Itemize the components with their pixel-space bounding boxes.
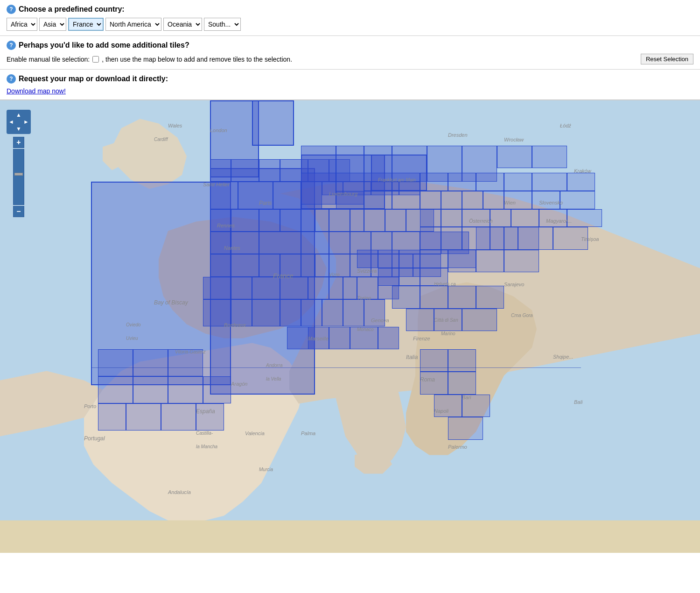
tile-alps1[interactable] [357, 250, 378, 268]
tile-de-r2c8[interactable] [504, 173, 532, 191]
tile-it-low1[interactable] [420, 349, 448, 372]
tile-de-r3c10[interactable] [560, 191, 595, 209]
select-asia[interactable]: Asia [39, 18, 66, 31]
tile-it-r2c3[interactable] [448, 286, 476, 308]
tile-it-r3c3[interactable] [462, 309, 497, 331]
tile-r3c6[interactable] [315, 209, 329, 232]
tile-r7c7[interactable] [343, 299, 364, 326]
tile-r7c3[interactable] [252, 299, 280, 326]
zoom-slider-track[interactable] [13, 149, 24, 205]
tile-r7c4[interactable] [280, 299, 301, 326]
help-icon-2[interactable]: ? [7, 41, 16, 50]
tile-r3c9[interactable] [364, 209, 385, 232]
tile-de-r3c8[interactable] [504, 191, 532, 209]
tile-r2c1[interactable] [210, 182, 238, 209]
tile-it3[interactable] [420, 268, 448, 286]
nav-right-arrow[interactable]: ► [23, 119, 29, 125]
map-container[interactable]: Wales Cardiff London Saint Helier Paris … [0, 100, 700, 553]
tile-r6c6[interactable] [329, 277, 343, 299]
tile-de-r3c9[interactable] [532, 191, 560, 209]
tile-de-r2c5[interactable] [420, 173, 448, 191]
reset-selection-button[interactable]: Reset Selection [641, 54, 693, 64]
tile-bal4[interactable] [476, 250, 504, 272]
tile-it-low3[interactable] [420, 372, 448, 394]
tile-r6c5[interactable] [308, 277, 329, 299]
tile-r4c4[interactable] [301, 232, 329, 254]
tile-r1c2[interactable] [231, 159, 259, 182]
tile-bal2[interactable] [504, 227, 539, 249]
tile-de-r3c4[interactable] [420, 191, 441, 209]
manual-tile-checkbox[interactable] [92, 56, 99, 63]
tile-it2[interactable] [399, 268, 420, 286]
tile-es3[interactable] [168, 349, 203, 376]
uk-tile-2[interactable] [252, 100, 294, 146]
tile-28-2[interactable] [441, 227, 462, 249]
tile-de-r3c3[interactable] [392, 191, 420, 209]
tile-r8c5[interactable] [378, 327, 399, 349]
tile-r1c3[interactable] [259, 159, 280, 182]
tile-de-r2c4[interactable] [392, 173, 420, 191]
tile-r5c2[interactable] [231, 254, 259, 276]
tile-r6c2[interactable] [231, 277, 252, 299]
tile-24-3[interactable] [462, 209, 490, 227]
tile-de-r2c7[interactable] [476, 173, 504, 191]
tile-r5c4[interactable] [280, 254, 301, 276]
tile-es5[interactable] [133, 376, 168, 403]
nav-left-arrow[interactable]: ◄ [8, 119, 14, 125]
tile-28-1[interactable] [420, 227, 441, 249]
tile-alps3[interactable] [399, 250, 420, 268]
zoom-out-button[interactable]: − [13, 206, 24, 217]
tile-r6c4[interactable] [280, 277, 308, 299]
tile-24-4[interactable] [490, 209, 511, 227]
tile-r4c1[interactable] [210, 232, 231, 254]
tile-es1[interactable] [98, 349, 133, 376]
help-icon-3[interactable]: ? [7, 74, 16, 84]
tile-r4c3[interactable] [259, 232, 301, 254]
tile-bal3[interactable] [448, 250, 476, 272]
tile-it-r3c2[interactable] [434, 309, 462, 331]
tile-es9[interactable] [126, 403, 161, 431]
tile-r3c3[interactable] [259, 209, 280, 232]
tile-de-r3c7[interactable] [483, 191, 504, 209]
tile-24-7[interactable] [567, 209, 602, 227]
tile-r7c8[interactable] [364, 299, 385, 326]
tile-alps4[interactable] [420, 250, 448, 268]
tile-es4[interactable] [98, 376, 133, 403]
tile-r5c6[interactable] [315, 254, 329, 276]
tile-r5c1[interactable] [210, 254, 231, 276]
tile-r5c7[interactable] [329, 254, 350, 276]
tile-24-2[interactable] [441, 209, 462, 227]
tile-r2c3[interactable] [273, 182, 301, 209]
tile-it-r2c4[interactable] [476, 286, 504, 308]
tile-bal1[interactable] [476, 227, 504, 249]
tile-r5c5[interactable] [301, 254, 315, 276]
tile-r3c7[interactable] [329, 209, 350, 232]
tile-es6[interactable] [168, 376, 203, 403]
tile-r4c5[interactable] [329, 232, 350, 254]
tile-r6c3[interactable] [252, 277, 280, 299]
tile-r8c4[interactable] [350, 327, 378, 349]
tile-24-5[interactable] [511, 209, 539, 227]
tile-r2c2[interactable] [238, 182, 273, 209]
download-link[interactable]: Download map now! [7, 87, 66, 95]
select-south[interactable]: South... [204, 18, 241, 31]
tile-alps2[interactable] [378, 250, 399, 268]
nav-up-arrow[interactable]: ▲ [16, 112, 21, 118]
tile-de-r2c10[interactable] [567, 173, 595, 191]
tile-r6c7[interactable] [343, 277, 357, 299]
tile-it1[interactable] [378, 268, 399, 286]
select-north-america[interactable]: North America [105, 18, 161, 31]
tile-de8[interactable] [532, 146, 567, 168]
tile-es11[interactable] [196, 403, 224, 431]
tile-de-r3c2[interactable] [364, 191, 392, 209]
tile-es2[interactable] [133, 349, 168, 376]
tile-es10[interactable] [161, 403, 196, 431]
tile-r3c2[interactable] [231, 209, 259, 232]
nav-down-arrow[interactable]: ▼ [16, 126, 21, 132]
tile-it-low5[interactable] [434, 395, 462, 417]
tile-de-r2c6[interactable] [448, 173, 476, 191]
tile-bal5[interactable] [504, 250, 539, 272]
tile-es8[interactable] [98, 403, 126, 431]
tile-r7c1[interactable] [203, 299, 231, 326]
select-africa[interactable]: Africa [7, 18, 37, 31]
